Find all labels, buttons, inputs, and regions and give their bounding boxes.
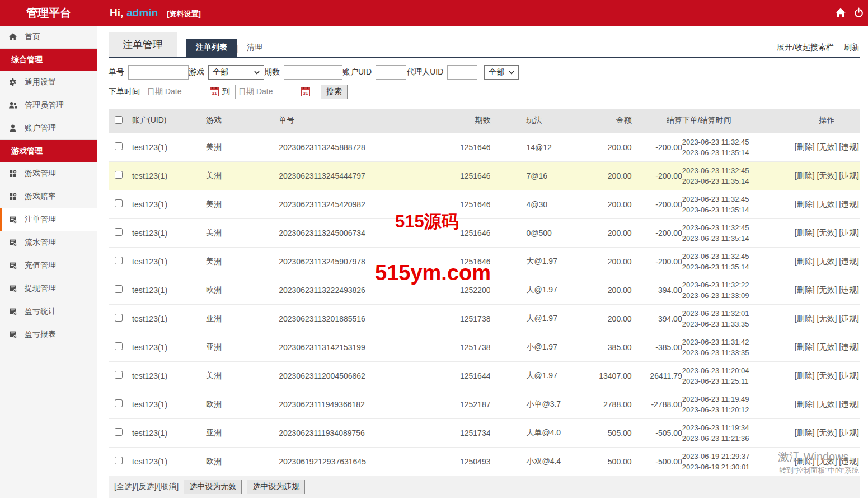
status-select[interactable]: 全部 bbox=[484, 65, 519, 80]
invalid-action-link[interactable]: [无效] bbox=[817, 371, 837, 380]
row-checkbox[interactable] bbox=[115, 314, 123, 322]
delete-action-link[interactable]: [删除] bbox=[795, 457, 815, 466]
home-icon[interactable] bbox=[835, 7, 846, 18]
violation-action-link[interactable]: [违规] bbox=[839, 228, 859, 237]
set-invalid-button[interactable]: 选中设为无效 bbox=[184, 480, 242, 494]
delete-action-link[interactable]: [删除] bbox=[795, 371, 815, 380]
refresh-link[interactable]: 刷新 bbox=[844, 43, 860, 53]
order-time: 2023-06-19 21:29:37 bbox=[682, 451, 794, 462]
search-button[interactable]: 搜索 bbox=[321, 85, 348, 99]
row-checkbox[interactable] bbox=[115, 228, 123, 236]
sidebar-item-首页[interactable]: 首页 bbox=[0, 26, 97, 49]
violation-action-link[interactable]: [违规] bbox=[839, 285, 859, 294]
cell-period: 1251644 bbox=[437, 361, 490, 390]
cell-order-settle-time: 2023-06-23 11:19:342023-06-23 11:21:36 bbox=[682, 418, 794, 447]
invalid-action-link[interactable]: [无效] bbox=[817, 257, 837, 266]
sidebar-item-游戏管理[interactable]: 游戏管理 bbox=[0, 162, 97, 185]
violation-action-link[interactable]: [违规] bbox=[839, 142, 859, 151]
row-checkbox[interactable] bbox=[115, 428, 123, 436]
set-violation-button[interactable]: 选中设为违规 bbox=[247, 480, 305, 494]
period-input[interactable] bbox=[284, 65, 342, 80]
row-checkbox[interactable] bbox=[115, 399, 123, 407]
violation-action-link[interactable]: [违规] bbox=[839, 171, 859, 180]
cell-order-settle-time: 2023-06-23 11:19:492023-06-23 11:20:12 bbox=[682, 390, 794, 418]
select-all-checkbox[interactable] bbox=[115, 116, 123, 124]
table-row: test123(1)美洲2023062311324542098212516464… bbox=[109, 190, 860, 218]
row-checkbox[interactable] bbox=[115, 199, 123, 207]
table-row: test123(1)美洲2023062311324500673412516460… bbox=[109, 218, 860, 247]
cell-amount: 200.00 bbox=[592, 218, 632, 247]
sidebar-item-label: 流水管理 bbox=[25, 238, 56, 248]
sidebar-item-管理员管理[interactable]: 管理员管理 bbox=[0, 94, 97, 117]
toggle-search-bar-link[interactable]: 展开/收起搜索栏 bbox=[777, 43, 834, 53]
tab-order-list[interactable]: 注单列表 bbox=[186, 39, 237, 57]
date-from-input[interactable]: 日期 Date 31 bbox=[144, 85, 222, 99]
account-uid-input[interactable] bbox=[376, 65, 406, 80]
violation-action-link[interactable]: [违规] bbox=[839, 371, 859, 380]
row-checkbox[interactable] bbox=[115, 285, 123, 293]
agent-uid-input[interactable] bbox=[447, 65, 477, 80]
invalid-action-link[interactable]: [无效] bbox=[817, 285, 837, 294]
sidebar-item-充值管理[interactable]: 充值管理 bbox=[0, 254, 97, 277]
order-no-input[interactable] bbox=[128, 65, 189, 80]
cell-period: 1252187 bbox=[437, 390, 490, 418]
sidebar-item-通用设置[interactable]: 通用设置 bbox=[0, 71, 97, 94]
sidebar-item-注单管理[interactable]: 注单管理 bbox=[0, 208, 97, 231]
row-checkbox[interactable] bbox=[115, 457, 123, 464]
invalid-action-link[interactable]: [无效] bbox=[817, 199, 837, 208]
sidebar-item-游戏赔率[interactable]: 游戏赔率 bbox=[0, 185, 97, 208]
delete-action-link[interactable]: [删除] bbox=[795, 314, 815, 323]
delete-action-link[interactable]: [删除] bbox=[795, 428, 815, 437]
cell-period: 1251646 bbox=[437, 247, 490, 276]
violation-action-link[interactable]: [违规] bbox=[839, 342, 859, 351]
row-checkbox[interactable] bbox=[115, 257, 123, 264]
delete-action-link[interactable]: [删除] bbox=[795, 399, 815, 408]
sidebar-item-盈亏报表[interactable]: 盈亏报表 bbox=[0, 323, 97, 346]
column-header-checkbox bbox=[109, 109, 128, 133]
invalid-action-link[interactable]: [无效] bbox=[817, 142, 837, 151]
date-to-input[interactable]: 日期 Date 31 bbox=[235, 85, 313, 99]
delete-action-link[interactable]: [删除] bbox=[795, 342, 815, 351]
invalid-action-link[interactable]: [无效] bbox=[817, 342, 837, 351]
delete-action-link[interactable]: [删除] bbox=[795, 228, 815, 237]
violation-action-link[interactable]: [违规] bbox=[839, 314, 859, 323]
delete-action-link[interactable]: [删除] bbox=[795, 285, 815, 294]
violation-action-link[interactable]: [违规] bbox=[839, 399, 859, 408]
invalid-action-link[interactable]: [无效] bbox=[817, 399, 837, 408]
violation-action-link[interactable]: [违规] bbox=[839, 199, 859, 208]
sidebar-item-账户管理[interactable]: 账户管理 bbox=[0, 117, 97, 140]
row-checkbox[interactable] bbox=[115, 171, 123, 179]
invalid-action-link[interactable]: [无效] bbox=[817, 428, 837, 437]
sidebar-item-流水管理[interactable]: 流水管理 bbox=[0, 231, 97, 254]
sidebar-item-盈亏统计[interactable]: 盈亏统计 bbox=[0, 300, 97, 323]
logout-power-icon[interactable] bbox=[853, 7, 865, 18]
invalid-action-link[interactable]: [无效] bbox=[817, 314, 837, 323]
invalid-action-link[interactable]: [无效] bbox=[817, 171, 837, 180]
invalid-action-link[interactable]: [无效] bbox=[817, 228, 837, 237]
invalid-action-link[interactable]: [无效] bbox=[817, 457, 837, 466]
game-select[interactable]: 全部 bbox=[208, 65, 264, 80]
profile-settings-link[interactable]: [资料设置] bbox=[167, 9, 201, 19]
calendar-icon[interactable]: 31 bbox=[301, 87, 310, 96]
violation-action-link[interactable]: [违规] bbox=[839, 457, 859, 466]
row-checkbox[interactable] bbox=[115, 371, 123, 379]
column-header-操作: 操作 bbox=[794, 109, 860, 133]
delete-action-link[interactable]: [删除] bbox=[795, 171, 815, 180]
cell-period: 1251646 bbox=[437, 190, 490, 218]
violation-action-link[interactable]: [违规] bbox=[839, 257, 859, 266]
violation-action-link[interactable]: [违规] bbox=[839, 428, 859, 437]
sidebar-section-5: 游戏管理 bbox=[0, 140, 97, 162]
delete-action-link[interactable]: [删除] bbox=[795, 257, 815, 266]
cell-checkbox bbox=[109, 390, 128, 418]
row-checkbox[interactable] bbox=[115, 142, 123, 150]
delete-action-link[interactable]: [删除] bbox=[795, 142, 815, 151]
column-header-游戏: 游戏 bbox=[206, 109, 279, 133]
tab-clean[interactable]: 清理 bbox=[239, 39, 270, 57]
row-checkbox[interactable] bbox=[115, 342, 123, 350]
cell-settle: -200.00 bbox=[632, 161, 682, 190]
calendar-icon[interactable]: 31 bbox=[210, 87, 219, 96]
to-label: 到 bbox=[222, 87, 230, 97]
delete-action-link[interactable]: [删除] bbox=[795, 199, 815, 208]
select-all-invert-cancel-links[interactable]: [全选]/[反选]/[取消] bbox=[114, 482, 179, 492]
sidebar-item-提现管理[interactable]: 提现管理 bbox=[0, 277, 97, 300]
